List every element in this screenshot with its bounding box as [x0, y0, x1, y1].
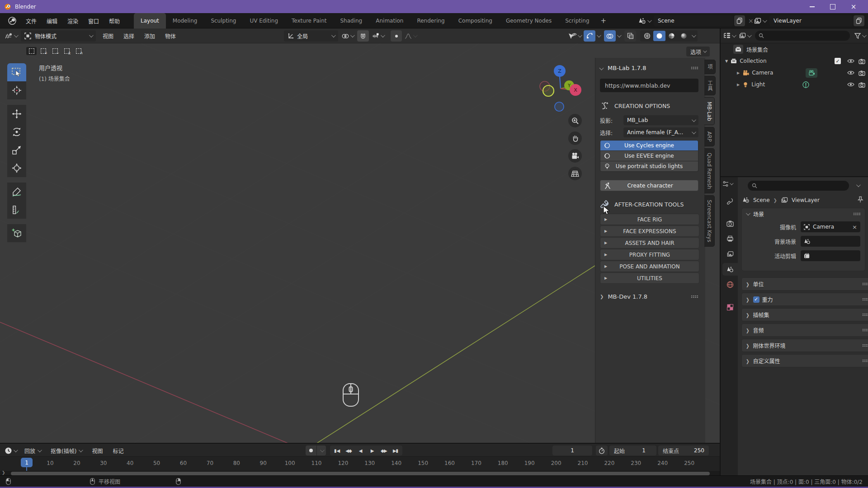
- outliner-row-light[interactable]: ▶ Light: [721, 79, 868, 90]
- expand-arrow-icon[interactable]: ▶: [737, 71, 740, 75]
- select-subtract-icon[interactable]: −: [50, 47, 60, 55]
- measure-tool-button[interactable]: [7, 201, 26, 219]
- scale-tool-button[interactable]: [7, 141, 26, 159]
- outliner-display-mode-icon[interactable]: [739, 33, 750, 39]
- jump-start-icon[interactable]: ▮◀: [331, 446, 343, 455]
- viewlayer-copy-icon[interactable]: [854, 15, 864, 26]
- editor-type-properties-icon[interactable]: [722, 181, 732, 187]
- hide-eye-icon[interactable]: [847, 58, 854, 64]
- panel-drag-dots[interactable]: [862, 298, 868, 301]
- snap-target-icon[interactable]: [370, 33, 386, 39]
- zoom-icon[interactable]: [568, 114, 582, 127]
- panel-重力[interactable]: ❯✓重力: [741, 293, 868, 306]
- workspace-tab[interactable]: UV Editing: [243, 13, 285, 28]
- move-tool-button[interactable]: [7, 105, 26, 123]
- shading-solid-icon[interactable]: [653, 31, 665, 41]
- play-reverse-icon[interactable]: ◀: [354, 446, 366, 455]
- play-icon[interactable]: ▶: [366, 446, 378, 455]
- create-character-button[interactable]: Create character: [600, 180, 698, 191]
- workspace-tab[interactable]: Sculpting: [204, 13, 243, 28]
- shading-material-icon[interactable]: [665, 31, 678, 41]
- mbdev-panel-header[interactable]: ❯ MB-Dev 1.7.8: [600, 291, 698, 302]
- mode-dropdown[interactable]: 物体模式: [21, 30, 96, 42]
- workspace-tab[interactable]: Rendering: [410, 13, 451, 28]
- add-cube-tool-button[interactable]: [7, 224, 26, 242]
- clear-x-icon[interactable]: ×: [852, 224, 857, 230]
- scene-panel-header[interactable]: 场景: [742, 208, 865, 220]
- properties-tab-tool[interactable]: [722, 195, 738, 208]
- visibility-dropdown-icon[interactable]: [566, 33, 582, 40]
- camera-view-icon[interactable]: [568, 149, 582, 163]
- toggle-use-eevee-engine[interactable]: Use EEVEE engine: [600, 151, 698, 161]
- menubar-item[interactable]: 帮助: [104, 17, 125, 25]
- menubar-item[interactable]: 窗口: [83, 17, 104, 25]
- mblab-subpanel-face-expressions[interactable]: ▶FACE EXPRESSIONS: [600, 225, 699, 237]
- timeline-ruler[interactable]: 1 10203040506070809010011012013014015016…: [0, 456, 720, 471]
- keying-dropdown-icon[interactable]: [317, 446, 326, 455]
- character-select-dropdown[interactable]: Anime female (F_A...: [623, 127, 698, 137]
- gizmo-toggle-icon[interactable]: [584, 30, 595, 42]
- mblab-subpanel-proxy-fitting[interactable]: ▶PROXY FITTING: [600, 249, 699, 260]
- properties-search-input[interactable]: [748, 181, 849, 191]
- workspace-tab[interactable]: Layout: [134, 13, 166, 28]
- workspace-tab[interactable]: Geometry Nodes: [499, 13, 558, 28]
- panel-自定义属性[interactable]: ❯自定义属性: [741, 354, 868, 367]
- select-intersect-icon[interactable]: ∩: [73, 47, 84, 55]
- expand-arrow-icon[interactable]: ▼: [725, 59, 728, 63]
- scene-copy-icon[interactable]: [734, 15, 745, 26]
- panel-drag-dots[interactable]: [691, 295, 698, 298]
- panel-drag-dots[interactable]: [862, 359, 868, 362]
- breadcrumb-viewlayer[interactable]: ViewLayer: [792, 197, 820, 203]
- properties-header-chevron-icon[interactable]: [856, 183, 861, 187]
- shading-wireframe-icon[interactable]: [641, 31, 653, 41]
- 背景场景-field[interactable]: [801, 236, 860, 247]
- prev-keyframe-icon[interactable]: ◀◆: [343, 446, 354, 455]
- scene-name-field[interactable]: Scene: [654, 15, 733, 26]
- preview-range-stopwatch-icon[interactable]: [596, 446, 608, 455]
- transform-orientation-dropdown[interactable]: 全局: [284, 30, 338, 42]
- current-frame-field[interactable]: 1: [552, 446, 592, 455]
- mblab-panel-header[interactable]: MB-Lab 1.7.8: [600, 62, 698, 73]
- render-visibility-camera-icon[interactable]: [859, 58, 865, 64]
- workspace-tab[interactable]: Texture Paint: [285, 13, 333, 28]
- panel-单位[interactable]: ❯单位: [741, 277, 868, 291]
- minimize-icon[interactable]: [802, 0, 822, 13]
- workspace-tab[interactable]: Compositing: [452, 13, 499, 28]
- outliner-row-camera[interactable]: ▶ Camera: [721, 67, 868, 79]
- timeline-menu-item[interactable]: 视图: [87, 447, 108, 455]
- mblab-subpanel-face-rig[interactable]: ▶FACE RIG: [600, 214, 699, 225]
- properties-tab-scene[interactable]: [722, 263, 738, 276]
- sidebar-tab-mb-lab[interactable]: MB-Lab: [704, 97, 715, 126]
- gravity-checkbox[interactable]: ✓: [753, 296, 760, 303]
- workspace-tab[interactable]: Shading: [333, 13, 369, 28]
- properties-tab-world[interactable]: [722, 278, 738, 291]
- panel-drag-dots[interactable]: [853, 212, 861, 216]
- workspace-tab[interactable]: Animation: [369, 13, 410, 28]
- close-icon[interactable]: ×: [843, 0, 864, 13]
- editor-type-outliner-icon[interactable]: [723, 33, 735, 39]
- toggle-use-portrait-studio-lights[interactable]: Use portrait studio lights: [600, 161, 698, 172]
- hide-eye-icon[interactable]: [847, 82, 854, 87]
- timeline-menu-item[interactable]: 回放: [19, 447, 46, 455]
- overlays-toggle-icon[interactable]: [604, 30, 616, 42]
- sidebar-tab--[interactable]: 工具: [704, 76, 716, 95]
- panel-drag-dots[interactable]: [862, 344, 868, 347]
- mblab-subpanel-utilities[interactable]: ▶UTILITIES: [600, 272, 699, 284]
- outliner-search-input[interactable]: [755, 31, 850, 41]
- panel-音频[interactable]: ❯音频: [741, 324, 868, 337]
- viewlayer-selector-icon[interactable]: [750, 15, 769, 26]
- proportional-editing-icon[interactable]: [391, 30, 402, 42]
- maximize-icon[interactable]: [822, 0, 843, 13]
- frame-end-field[interactable]: 结束点 250: [658, 446, 709, 455]
- properties-tab-render[interactable]: [722, 217, 738, 230]
- properties-tab-texture[interactable]: [722, 301, 738, 314]
- editor-type-timeline-icon[interactable]: [3, 447, 19, 455]
- navigation-gizmo[interactable]: Z Y X: [536, 61, 590, 115]
- expand-arrow-icon[interactable]: ▶: [737, 83, 740, 87]
- sidebar-tab-quad-remesh[interactable]: Quad Remesh: [704, 148, 715, 193]
- frame-start-field[interactable]: 起始 1: [609, 446, 656, 455]
- scrollbar-expand-icon[interactable]: ❯: [2, 470, 5, 475]
- snap-magnet-icon[interactable]: [357, 30, 369, 42]
- outliner-row-scene-collection[interactable]: 场景集合: [721, 43, 868, 55]
- annotate-tool-button[interactable]: [7, 183, 26, 201]
